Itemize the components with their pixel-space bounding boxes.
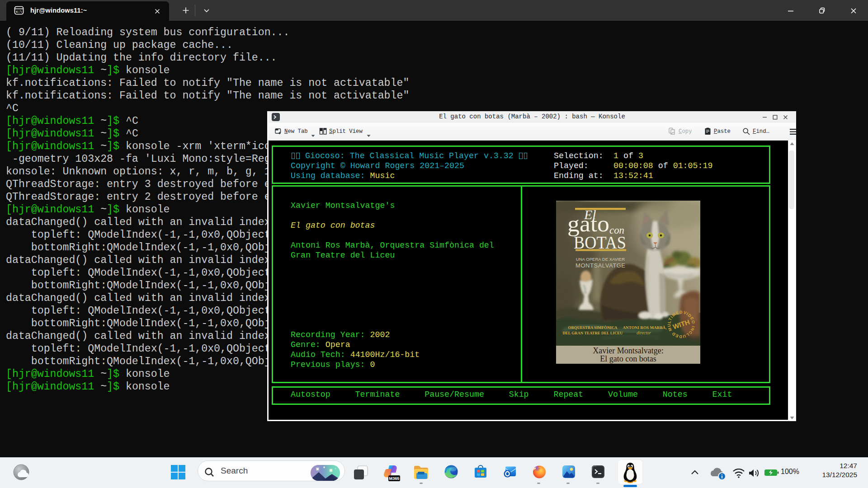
svg-text:c:\: c:\ — [16, 10, 22, 14]
svg-text:Xavier Montsalvatge:: Xavier Montsalvatge: — [593, 346, 663, 355]
svg-text:El gato con botas: El gato con botas — [600, 354, 656, 363]
svg-text:M365: M365 — [389, 476, 400, 481]
